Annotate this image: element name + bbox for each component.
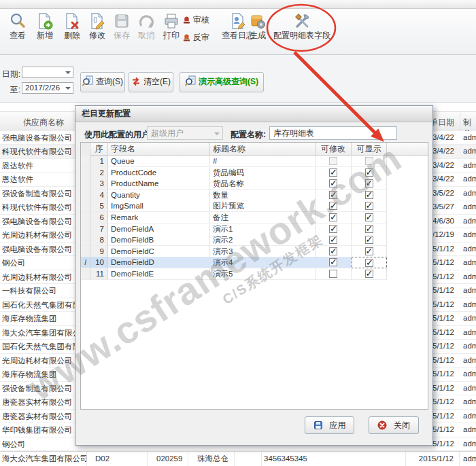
- filter-panel: 日期: 至: 2017/2/26 查询(S) 清空(E) 演示高级查询(S): [0, 55, 476, 103]
- cell-maker: adm: [463, 328, 476, 336]
- cell-supplier: 强设备制造有限公司: [2, 384, 85, 394]
- config-name-input[interactable]: 库存明细表: [269, 126, 397, 140]
- caption-cell: 货品编码: [210, 167, 316, 179]
- query-button[interactable]: 查询(S): [80, 72, 125, 92]
- generate-button[interactable]: 生成: [246, 12, 269, 52]
- column-header-supplier[interactable]: 供应商名称: [0, 117, 87, 128]
- field-name-cell: DemoFieldE: [108, 268, 210, 280]
- date-to-value: 2017/2/26: [25, 84, 60, 92]
- field-config-row[interactable]: 8DemoFieldB演示2: [81, 234, 428, 246]
- visible-cell: [352, 178, 387, 190]
- editable-checkbox[interactable]: [329, 191, 337, 199]
- field-config-row[interactable]: 11DemoFieldE演示5: [81, 268, 428, 280]
- editable-checkbox[interactable]: [329, 225, 337, 233]
- log-icon: [229, 12, 247, 30]
- caption-cell: 货品名称: [210, 178, 316, 190]
- visible-checkbox[interactable]: [365, 168, 373, 177]
- caption-cell: 演示1: [210, 223, 316, 235]
- visible-checkbox[interactable]: [365, 225, 373, 233]
- header-caption[interactable]: 标题名称: [210, 143, 316, 156]
- field-config-row[interactable]: I10DemoFieldD演示4: [81, 257, 428, 268]
- editable-checkbox[interactable]: [329, 258, 337, 266]
- grid-bottom-row[interactable]: 海大众汽车集团有限公司 D02 020259 珠海总仓 3456345345 2…: [0, 451, 476, 466]
- cell-maker: adm: [460, 452, 476, 466]
- visible-cell: [352, 190, 387, 201]
- header-visible[interactable]: 可显示: [352, 143, 387, 156]
- visible-cell: [352, 212, 387, 223]
- field-name-cell: Remark: [108, 212, 210, 223]
- field-name-cell: DemoFieldB: [108, 234, 210, 246]
- cell-supplier: 国石化天然气集团有限公司: [2, 342, 85, 352]
- close-button[interactable]: 关闭: [369, 416, 419, 434]
- date-from-combo[interactable]: [22, 67, 73, 78]
- date-to-combo[interactable]: 2017/2/26: [22, 82, 73, 94]
- unaudit-button[interactable]: 反审: [182, 31, 219, 44]
- field-config-row[interactable]: 9DemoFieldC演示3: [81, 246, 428, 257]
- field-config-row[interactable]: 1Queue#: [81, 156, 428, 167]
- field-config-row[interactable]: 3ProductName货品名称: [81, 178, 428, 190]
- visible-checkbox[interactable]: [365, 236, 373, 244]
- visible-checkbox[interactable]: [365, 191, 373, 199]
- cell-maker: adm: [463, 300, 476, 308]
- apply-button[interactable]: 应用: [305, 416, 354, 434]
- editable-checkbox[interactable]: [329, 236, 337, 244]
- field-name-cell: ProductName: [108, 178, 210, 190]
- config-detail-fields-button[interactable]: 配置明细表字段: [271, 12, 333, 52]
- clear-button[interactable]: 清空(E): [129, 72, 173, 92]
- audit-button[interactable]: 审核: [182, 13, 219, 26]
- cell-maker: adm: [463, 356, 476, 364]
- visible-checkbox[interactable]: [365, 247, 373, 255]
- editable-checkbox[interactable]: [329, 168, 337, 177]
- visible-checkbox[interactable]: [365, 179, 373, 187]
- header-seq[interactable]: 序: [90, 143, 108, 156]
- print-button[interactable]: 打印: [159, 12, 184, 52]
- field-config-row[interactable]: 2ProductCode货品编码: [81, 167, 428, 179]
- editable-checkbox[interactable]: [329, 213, 337, 221]
- cell-maker: adm: [463, 161, 476, 169]
- field-config-row[interactable]: 6Remark备注: [81, 212, 428, 223]
- header-indicator: [81, 143, 90, 156]
- cell-supplier: 唐瓷器实材有限公司: [2, 412, 85, 422]
- header-field[interactable]: 字段名: [108, 143, 210, 156]
- caption-cell: #: [210, 156, 316, 167]
- visible-checkbox[interactable]: [365, 270, 373, 278]
- cell-maker: adm: [463, 384, 476, 392]
- caption-cell: 演示2: [210, 234, 316, 246]
- cell-number: 020259: [148, 452, 188, 466]
- demo-advanced-query-button[interactable]: 演示高级查询(S): [180, 72, 264, 92]
- cell-supplier: 光周边耗材有限公司: [2, 356, 85, 366]
- caption-cell: 演示3: [210, 246, 316, 257]
- modify-button[interactable]: {} 修改: [84, 12, 110, 52]
- row-indicator: [81, 246, 90, 257]
- view-button[interactable]: 查看: [5, 12, 30, 52]
- delete-button[interactable]: 删除: [60, 12, 84, 52]
- editable-checkbox[interactable]: [329, 157, 337, 165]
- field-config-row[interactable]: 4Quantity数量: [81, 190, 428, 201]
- generate-icon: [249, 12, 267, 30]
- audit-label: 审核: [193, 15, 209, 24]
- editable-checkbox[interactable]: [329, 179, 337, 187]
- visible-checkbox[interactable]: [365, 202, 373, 210]
- visible-checkbox[interactable]: [365, 157, 373, 165]
- cell-supplier: 唐瓷器实材有限公司: [2, 397, 85, 408]
- new-button[interactable]: 新增: [33, 12, 57, 52]
- cell-supplier: 光周边耗材有限公司: [2, 272, 85, 283]
- field-name-cell: ProductCode: [108, 167, 210, 179]
- dialog-title: 栏目更新配置: [75, 106, 432, 122]
- visible-checkbox[interactable]: [365, 259, 373, 267]
- editable-checkbox[interactable]: [329, 247, 337, 255]
- field-config-row[interactable]: 7DemoFieldA演示1: [81, 223, 428, 235]
- row-number: 6: [90, 212, 108, 223]
- cell-supplier: 海库存物流集团: [2, 370, 85, 380]
- cell-supplier: 恩达软件: [2, 161, 85, 171]
- undo-icon: [137, 12, 155, 30]
- field-config-row[interactable]: 5ImgSmall图片预览: [81, 200, 428, 212]
- editable-checkbox[interactable]: [329, 270, 337, 278]
- header-editable[interactable]: 可修改: [316, 143, 352, 156]
- visible-cell: [352, 268, 387, 280]
- visible-checkbox[interactable]: [365, 213, 373, 221]
- editable-cell: [316, 234, 352, 246]
- editable-checkbox[interactable]: [329, 202, 337, 210]
- cell-maker: adm: [463, 245, 476, 253]
- row-indicator: [81, 156, 90, 167]
